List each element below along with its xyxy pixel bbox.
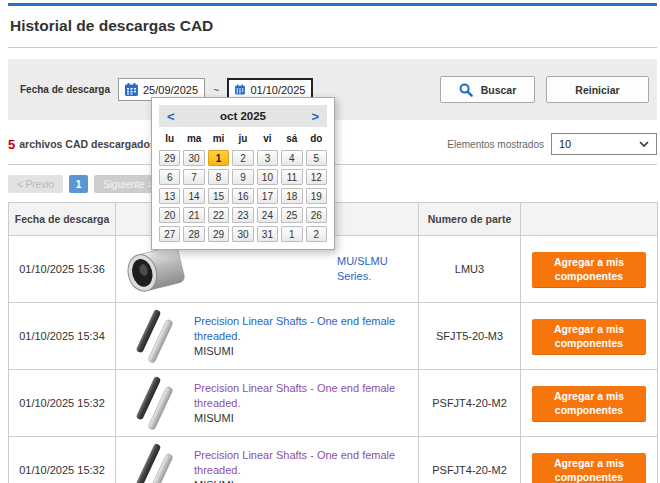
calendar-day[interactable]: 30 [232,226,253,242]
reset-button-label: Reiniciar [575,84,619,96]
calendar-day[interactable]: 15 [208,188,229,204]
calendar-day[interactable]: 18 [281,188,302,204]
calendar-day[interactable]: 11 [281,169,302,185]
calendar-day[interactable]: 22 [208,207,229,223]
product-link[interactable]: MU/SLMU Series. [337,254,410,284]
download-date: 01/10/2025 15:32 [9,437,116,483]
maker-name: MISUMI [194,478,410,483]
calendar-day[interactable]: 21 [183,207,204,223]
items-per-page-value: 10 [559,138,571,150]
calendar-icon [125,83,138,96]
product-link[interactable]: Precision Linear Shafts - One end female… [194,381,410,411]
calendar-day[interactable]: 16 [232,188,253,204]
calendar-icon [235,83,245,96]
weekday-label: sá [281,131,302,147]
calendar-day[interactable]: 17 [257,188,278,204]
calendar-day[interactable]: 5 [306,150,327,166]
table-row: 01/10/2025 15:34 [9,303,658,370]
calendar-day[interactable]: 13 [159,188,180,204]
calendar-day[interactable]: 25 [281,207,302,223]
calendar-day[interactable]: 30 [183,150,204,166]
maker-name: MISUMI [194,411,410,426]
page-title: Historial de descargas CAD [8,6,657,48]
download-date: 01/10/2025 15:36 [9,236,116,303]
results-summary-text: archivos CAD descargados. [19,138,158,150]
add-to-components-button[interactable]: Agregar a mis componentes [532,453,646,483]
calendar-day[interactable]: 1 [281,226,302,242]
download-date: 01/10/2025 15:34 [9,303,116,370]
calendar-day[interactable]: 28 [183,226,204,242]
date-range-separator: ~ [213,84,219,96]
table-row: 01/10/2025 15:32 Precision Linear Shafts… [9,437,658,483]
previous-page-button[interactable]: < Previo [8,175,63,193]
search-button[interactable]: Buscar [440,76,535,103]
maker-name: MISUMI [194,344,410,359]
table-row: 01/10/2025 15:32 Precision Linear Shafts… [9,370,658,437]
calendar-day[interactable]: 6 [159,169,180,185]
calendar-day[interactable]: 31 [257,226,278,242]
calendar-day[interactable]: 2 [232,150,253,166]
current-page-button[interactable]: 1 [69,175,88,193]
part-number: PSFJT4-20-M2 [419,370,521,437]
chevron-down-icon [639,141,649,147]
add-to-components-button[interactable]: Agregar a mis componentes [532,252,646,287]
product-link[interactable]: Precision Linear Shafts - One end female… [194,314,410,344]
calendar-day[interactable]: 8 [208,169,229,185]
header-accion [521,203,658,236]
items-per-page-select[interactable]: 10 [551,133,657,155]
calendar-day[interactable]: 7 [183,169,204,185]
calendar-day[interactable]: 4 [281,150,302,166]
calendar-day[interactable]: 2 [306,226,327,242]
part-number: LMU3 [419,236,521,303]
search-icon [459,83,473,97]
product-image-linear-shafts [124,441,188,483]
calendar-day[interactable]: 12 [306,169,327,185]
calendar-day[interactable]: 26 [306,207,327,223]
add-to-components-button[interactable]: Agregar a mis componentes [532,386,646,421]
page-content: Historial de descargas CAD Fecha de desc… [8,3,657,483]
weekday-row: lumamijuvisádo [159,131,327,147]
weekday-label: ma [183,131,204,147]
header-fecha: Fecha de descarga [9,203,116,236]
calendar-day[interactable]: 10 [257,169,278,185]
results-count: 5 [8,137,15,152]
calendar-day[interactable]: 29 [208,226,229,242]
datepicker-popup: < oct 2025 > lumamijuvisádo 293012345678… [151,97,335,250]
calendar-day[interactable]: 19 [306,188,327,204]
weekday-label: mi [208,131,229,147]
prev-month-button[interactable]: < [167,110,175,123]
calendar-day[interactable]: 3 [257,150,278,166]
reset-button[interactable]: Reiniciar [546,76,649,103]
date-from-value: 25/09/2025 [143,84,198,96]
calendar-day[interactable]: 9 [232,169,253,185]
part-number: PSFJT4-20-M2 [419,437,521,483]
product-image-linear-shafts [124,307,188,365]
calendar-day[interactable]: 29 [159,150,180,166]
search-button-label: Buscar [481,84,517,96]
calendar-day[interactable]: 24 [257,207,278,223]
product-image-linear-shafts [124,374,188,432]
header-numero-parte: Numero de parte [419,203,521,236]
weekday-label: lu [159,131,180,147]
add-to-components-button[interactable]: Agregar a mis componentes [532,319,646,354]
date-to-value: 01/10/2025 [250,84,305,96]
calendar-day[interactable]: 27 [159,226,180,242]
calendar-day[interactable]: 14 [183,188,204,204]
calendar-day[interactable]: 23 [232,207,253,223]
product-link[interactable]: Precision Linear Shafts - One end female… [194,448,410,478]
part-number: SFJT5-20-M3 [419,303,521,370]
weekday-label: do [306,131,327,147]
items-shown-label: Elementos mostrados [447,139,544,150]
calendar-grid: 2930123456789101112131415161718192021222… [159,150,327,242]
calendar-day-selected[interactable]: 1 [208,150,229,166]
download-date: 01/10/2025 15:32 [9,370,116,437]
datepicker-header: < oct 2025 > [159,105,327,127]
weekday-label: ju [232,131,253,147]
next-month-button[interactable]: > [311,110,319,123]
month-year-label: oct 2025 [220,110,266,122]
date-filter-label: Fecha de descarga [20,84,110,95]
weekday-label: vi [257,131,278,147]
calendar-day[interactable]: 20 [159,207,180,223]
